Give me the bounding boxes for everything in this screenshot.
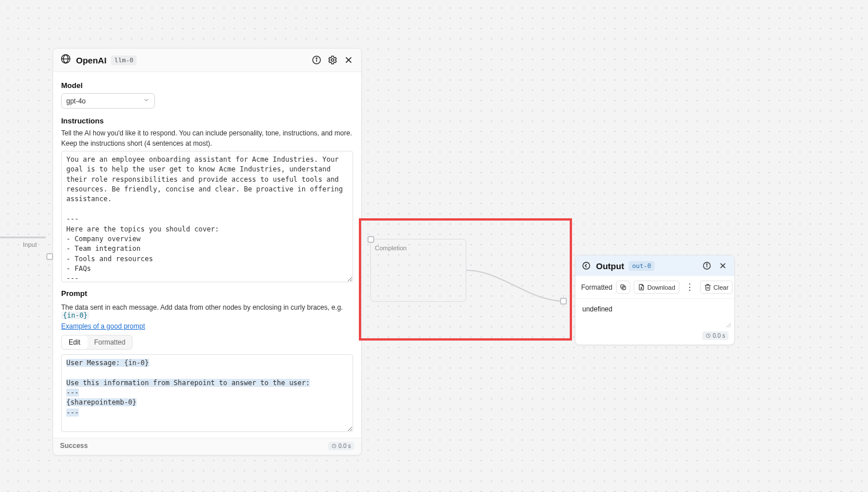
llm-status-bar: Success 0.0 s (53, 438, 361, 455)
instructions-desc2: Keep the instructions short (4 sentences… (61, 139, 353, 147)
llm-time-value: 0.0 s (338, 443, 351, 449)
prompt-part4: --- (66, 409, 79, 417)
info-icon[interactable] (311, 54, 322, 66)
download-label: Download (647, 284, 675, 291)
model-value: gpt-4o (66, 97, 86, 105)
output-header: Output out-0 (575, 255, 734, 276)
llm-time-badge: 0.0 s (328, 442, 354, 450)
chevron-down-icon (143, 97, 150, 105)
prompt-examples-link[interactable]: Examples of a good prompt (61, 322, 145, 330)
completion-label: Completion (375, 245, 407, 251)
svg-point-4 (331, 59, 334, 62)
output-time-value: 0.0 s (713, 333, 725, 339)
llm-title: OpenAI (76, 55, 106, 65)
model-label: Model (61, 81, 353, 90)
tab-formatted[interactable]: Formatted (87, 335, 133, 349)
prompt-part3: --- (66, 389, 79, 397)
output-title: Output (596, 261, 624, 271)
copy-button[interactable] (616, 281, 630, 294)
prompt-token-example: {in-0} (61, 311, 89, 319)
llm-body: Model gpt-4o Instructions Tell the AI ho… (53, 72, 361, 438)
prompt-tabs: Edit Formatted (61, 335, 133, 350)
gear-icon[interactable] (327, 54, 338, 66)
output-value: undefined (582, 305, 613, 313)
svg-point-11 (706, 264, 707, 265)
openai-logo-icon (60, 53, 71, 67)
download-button[interactable]: Download (634, 281, 679, 294)
completion-output-handle[interactable] (560, 298, 567, 305)
openai-llm-node[interactable]: OpenAI llm-0 Model gpt-4o Instructions T… (53, 48, 362, 455)
output-toolbar: Formatted Download ⋮ Clear (575, 276, 734, 298)
prompt-token-in0: {in-0} (124, 359, 149, 367)
model-select[interactable]: gpt-4o (61, 93, 155, 109)
output-footer: 0.0 s (575, 329, 734, 345)
edge-completion-to-output (466, 270, 563, 302)
prompt-part1: User Message: (66, 359, 124, 367)
clear-button[interactable]: Clear (700, 281, 733, 294)
output-tag: out-0 (629, 261, 654, 271)
tab-edit[interactable]: Edit (62, 335, 87, 349)
svg-point-8 (583, 262, 590, 269)
edge-input-to-llm (0, 237, 46, 238)
output-time-badge: 0.0 s (702, 331, 729, 340)
prompt-label: Prompt (61, 289, 353, 298)
close-icon[interactable] (717, 260, 729, 271)
output-formatted-label: Formatted (581, 283, 613, 291)
prompt-desc-text: The data sent in each message. Add data … (61, 303, 343, 311)
prompt-part2: Use this information from Sharepoint to … (66, 379, 310, 387)
status-text: Success (60, 442, 88, 450)
output-node[interactable]: Output out-0 Formatted Download ⋮ Clear … (575, 255, 735, 345)
prompt-textarea[interactable]: User Message: {in-0} Use this informatio… (61, 354, 353, 432)
clear-label: Clear (714, 284, 729, 291)
back-arrow-icon[interactable] (581, 261, 591, 271)
edge-input-label: Input (23, 241, 37, 248)
instructions-textarea[interactable]: You are an employee onboarding assistant… (61, 151, 353, 282)
completion-input-handle[interactable] (367, 236, 374, 243)
output-body: undefined (575, 298, 734, 329)
more-menu-icon[interactable]: ⋮ (683, 281, 697, 294)
instructions-label: Instructions (61, 117, 353, 125)
info-icon[interactable] (701, 260, 713, 271)
svg-point-3 (316, 58, 317, 59)
prompt-desc: The data sent in each message. Add data … (61, 303, 353, 319)
llm-input-handle[interactable] (46, 253, 53, 260)
prompt-token-sharepoint: {sharepointemb-0} (66, 398, 137, 406)
instructions-desc1: Tell the AI how you'd like it to respond… (61, 129, 353, 138)
close-icon[interactable] (343, 54, 354, 66)
llm-tag: llm-0 (111, 55, 137, 65)
llm-header: OpenAI llm-0 (53, 49, 361, 72)
